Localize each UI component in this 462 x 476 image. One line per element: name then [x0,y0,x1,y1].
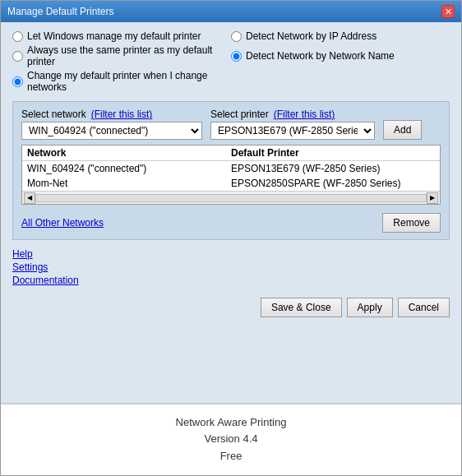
remove-button[interactable]: Remove [382,213,441,233]
row1-network: WIN_604924 ("connected") [27,163,231,174]
close-button[interactable]: ✕ [441,5,455,18]
save-close-button[interactable]: Save & Close [261,298,342,317]
row2-network: Mom-Net [27,178,231,189]
printer-filter-link[interactable]: (Filter this list) [274,109,335,120]
printer-select-col: Select printer (Filter this list) EPSON1… [210,109,375,140]
printer-select[interactable]: EPSON13E679 (WF-2850 Series) EPSON2850SP… [210,122,375,140]
table-row[interactable]: WIN_604924 ("connected") EPSON13E679 (WF… [22,161,440,176]
documentation-link[interactable]: Documentation [12,275,450,286]
change-network-radio-row: Change my default printer when I change … [12,70,231,93]
scroll-track[interactable] [35,194,427,202]
detect-name-label: Detect Network by Network Name [246,50,395,62]
detect-name-radio-row: Detect Network by Network Name [231,44,450,67]
select-row: Select network (Filter this list) WIN_60… [21,109,441,140]
scroll-right-arrow[interactable]: ▶ [427,192,438,204]
radio-group: Let Windows manage my default printer De… [12,30,450,93]
help-link[interactable]: Help [12,248,450,260]
change-network-label: Change my default printer when I change … [27,70,231,93]
action-row: All Other Networks Remove [21,213,441,233]
printer-label-row: Select printer (Filter this list) [210,109,375,120]
let-windows-label: Let Windows manage my default printer [27,30,201,42]
scroll-left-arrow[interactable]: ◀ [24,192,35,204]
select-area: Select network (Filter this list) WIN_60… [12,101,450,240]
title-bar: Manage Default Printers ✕ [1,1,461,22]
horizontal-scrollbar[interactable]: ◀ ▶ [22,191,440,204]
network-filter-link[interactable]: (Filter this list) [91,109,153,120]
printer-label: Select printer [210,109,269,120]
row1-printer: EPSON13E679 (WF-2850 Series) [231,163,435,174]
let-windows-radio[interactable] [12,31,23,42]
all-other-networks-link[interactable]: All Other Networks [21,217,104,229]
table-header: Network Default Printer [22,146,440,161]
footer: Network Aware Printing Version 4.4 Free [1,403,461,475]
detect-ip-radio-row: Detect Network by IP Address [231,30,450,42]
footer-line1: Network Aware Printing [11,414,451,432]
apply-button[interactable]: Apply [347,298,393,317]
detect-name-radio[interactable] [231,51,242,62]
col1-header: Network [27,147,231,159]
add-button[interactable]: Add [383,120,422,140]
main-window: Manage Default Printers ✕ Let Windows ma… [0,0,462,476]
table-row[interactable]: Mom-Net EPSON2850SPARE (WF-2850 Series) [22,176,440,191]
cancel-button[interactable]: Cancel [398,298,450,317]
let-windows-radio-row: Let Windows manage my default printer [12,30,231,42]
bottom-links: Help Settings Documentation [12,248,450,286]
network-select[interactable]: WIN_604924 ("connected") Mom-Net [21,122,202,140]
network-label-row: Select network (Filter this list) [21,109,202,120]
change-network-radio[interactable] [12,76,23,87]
network-label: Select network [21,109,86,120]
network-table: Network Default Printer WIN_604924 ("con… [21,145,441,205]
button-row: Save & Close Apply Cancel [12,298,450,317]
always-same-radio-row: Always use the same printer as my defaul… [12,44,231,67]
window-title: Manage Default Printers [7,6,113,17]
detect-ip-radio[interactable] [231,31,242,42]
settings-link[interactable]: Settings [12,261,450,273]
table-body: WIN_604924 ("connected") EPSON13E679 (WF… [22,161,440,191]
always-same-label: Always use the same printer as my defaul… [27,44,231,67]
network-select-col: Select network (Filter this list) WIN_60… [21,109,202,140]
col2-header: Default Printer [231,147,435,159]
row2-printer: EPSON2850SPARE (WF-2850 Series) [231,178,435,189]
footer-line3: Free [11,448,451,465]
detect-ip-label: Detect Network by IP Address [246,30,377,42]
footer-line2: Version 4.4 [11,431,451,448]
always-same-radio[interactable] [12,51,23,62]
main-content: Let Windows manage my default printer De… [1,22,461,403]
